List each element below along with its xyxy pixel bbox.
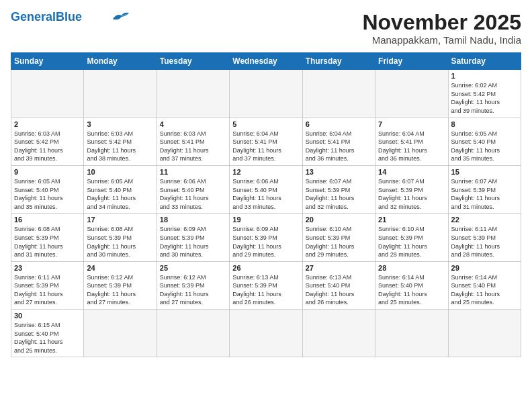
calendar-table: Sunday Monday Tuesday Wednesday Thursday… [11, 52, 521, 357]
table-row: 24Sunrise: 6:12 AM Sunset: 5:39 PM Dayli… [84, 261, 157, 309]
day-info: Sunrise: 6:04 AM Sunset: 5:41 PM Dayligh… [232, 130, 299, 163]
table-row: 5Sunrise: 6:04 AM Sunset: 5:41 PM Daylig… [230, 118, 302, 165]
day-number: 3 [87, 120, 153, 128]
day-info: Sunrise: 6:09 AM Sunset: 5:39 PM Dayligh… [232, 225, 299, 259]
table-row [11, 70, 84, 118]
day-info: Sunrise: 6:05 AM Sunset: 5:40 PM Dayligh… [14, 177, 81, 211]
header-tuesday: Tuesday [157, 53, 229, 70]
day-number: 6 [306, 120, 372, 128]
header-wednesday: Wednesday [230, 53, 302, 70]
table-row: 1Sunrise: 6:02 AM Sunset: 5:42 PM Daylig… [448, 70, 521, 118]
table-row: 20Sunrise: 6:10 AM Sunset: 5:39 PM Dayli… [302, 214, 375, 261]
table-row: 8Sunrise: 6:05 AM Sunset: 5:40 PM Daylig… [448, 118, 521, 165]
header-thursday: Thursday [302, 53, 375, 70]
day-number: 19 [232, 216, 299, 224]
day-info: Sunrise: 6:14 AM Sunset: 5:40 PM Dayligh… [378, 273, 445, 307]
day-info: Sunrise: 6:06 AM Sunset: 5:40 PM Dayligh… [232, 177, 299, 211]
logo-text: GeneralBlue [11, 11, 82, 23]
table-row: 12Sunrise: 6:06 AM Sunset: 5:40 PM Dayli… [230, 165, 302, 213]
day-number: 22 [451, 216, 518, 224]
table-row: 26Sunrise: 6:13 AM Sunset: 5:39 PM Dayli… [230, 261, 302, 309]
day-info: Sunrise: 6:03 AM Sunset: 5:42 PM Dayligh… [87, 130, 153, 163]
day-info: Sunrise: 6:11 AM Sunset: 5:39 PM Dayligh… [14, 273, 81, 307]
table-row [375, 310, 448, 357]
day-number: 8 [451, 120, 518, 128]
day-number: 1 [451, 72, 518, 80]
header-saturday: Saturday [448, 53, 521, 70]
day-info: Sunrise: 6:03 AM Sunset: 5:41 PM Dayligh… [160, 130, 226, 163]
day-info: Sunrise: 6:12 AM Sunset: 5:39 PM Dayligh… [87, 273, 153, 307]
table-row: 2Sunrise: 6:03 AM Sunset: 5:42 PM Daylig… [11, 118, 84, 165]
table-row: 14Sunrise: 6:07 AM Sunset: 5:39 PM Dayli… [375, 165, 448, 213]
day-info: Sunrise: 6:07 AM Sunset: 5:39 PM Dayligh… [451, 177, 518, 211]
day-number: 4 [160, 120, 226, 128]
day-info: Sunrise: 6:15 AM Sunset: 5:40 PM Dayligh… [14, 321, 81, 355]
table-row: 9Sunrise: 6:05 AM Sunset: 5:40 PM Daylig… [11, 165, 84, 213]
day-number: 14 [378, 168, 445, 176]
day-number: 9 [14, 168, 81, 176]
table-row: 18Sunrise: 6:09 AM Sunset: 5:39 PM Dayli… [157, 214, 229, 261]
table-row [84, 310, 157, 357]
day-number: 21 [378, 216, 445, 224]
day-number: 12 [232, 168, 299, 176]
day-info: Sunrise: 6:04 AM Sunset: 5:41 PM Dayligh… [378, 130, 445, 163]
day-info: Sunrise: 6:05 AM Sunset: 5:40 PM Dayligh… [87, 177, 153, 211]
day-number: 15 [451, 168, 518, 176]
table-row: 29Sunrise: 6:14 AM Sunset: 5:40 PM Dayli… [448, 261, 521, 309]
day-number: 28 [378, 264, 445, 272]
day-number: 11 [160, 168, 226, 176]
table-row: 28Sunrise: 6:14 AM Sunset: 5:40 PM Dayli… [375, 261, 448, 309]
table-row: 30Sunrise: 6:15 AM Sunset: 5:40 PM Dayli… [11, 310, 84, 357]
day-info: Sunrise: 6:10 AM Sunset: 5:39 PM Dayligh… [378, 225, 445, 259]
header-friday: Friday [375, 53, 448, 70]
day-info: Sunrise: 6:03 AM Sunset: 5:42 PM Dayligh… [14, 130, 81, 163]
day-number: 17 [87, 216, 153, 224]
table-row: 3Sunrise: 6:03 AM Sunset: 5:42 PM Daylig… [84, 118, 157, 165]
table-row [157, 310, 229, 357]
day-info: Sunrise: 6:09 AM Sunset: 5:39 PM Dayligh… [160, 225, 226, 259]
table-row [157, 70, 229, 118]
logo-bird-icon [112, 10, 130, 22]
table-row [84, 70, 157, 118]
day-number: 23 [14, 264, 81, 272]
table-row: 10Sunrise: 6:05 AM Sunset: 5:40 PM Dayli… [84, 165, 157, 213]
day-number: 26 [232, 264, 299, 272]
day-info: Sunrise: 6:07 AM Sunset: 5:39 PM Dayligh… [306, 177, 372, 211]
day-info: Sunrise: 6:14 AM Sunset: 5:40 PM Dayligh… [451, 273, 518, 307]
table-row: 16Sunrise: 6:08 AM Sunset: 5:39 PM Dayli… [11, 214, 84, 261]
day-number: 30 [14, 312, 81, 320]
table-row: 15Sunrise: 6:07 AM Sunset: 5:39 PM Dayli… [448, 165, 521, 213]
table-row: 27Sunrise: 6:13 AM Sunset: 5:40 PM Dayli… [302, 261, 375, 309]
day-number: 18 [160, 216, 226, 224]
day-number: 5 [232, 120, 299, 128]
day-info: Sunrise: 6:06 AM Sunset: 5:40 PM Dayligh… [160, 177, 226, 211]
table-row [302, 310, 375, 357]
day-number: 7 [378, 120, 445, 128]
table-row [302, 70, 375, 118]
day-info: Sunrise: 6:13 AM Sunset: 5:40 PM Dayligh… [306, 273, 372, 307]
weekday-header-row: Sunday Monday Tuesday Wednesday Thursday… [11, 53, 521, 70]
table-row [230, 70, 302, 118]
day-number: 29 [451, 264, 518, 272]
table-row: 22Sunrise: 6:11 AM Sunset: 5:39 PM Dayli… [448, 214, 521, 261]
day-number: 2 [14, 120, 81, 128]
day-number: 24 [87, 264, 153, 272]
day-info: Sunrise: 6:04 AM Sunset: 5:41 PM Dayligh… [306, 130, 372, 163]
day-info: Sunrise: 6:10 AM Sunset: 5:39 PM Dayligh… [306, 225, 372, 259]
day-info: Sunrise: 6:08 AM Sunset: 5:39 PM Dayligh… [87, 225, 153, 259]
title-block: November 2025 Manappakkam, Tamil Nadu, I… [362, 11, 521, 46]
table-row: 4Sunrise: 6:03 AM Sunset: 5:41 PM Daylig… [157, 118, 229, 165]
table-row [230, 310, 302, 357]
day-info: Sunrise: 6:11 AM Sunset: 5:39 PM Dayligh… [451, 225, 518, 259]
page-header: GeneralBlue November 2025 Manappakkam, T… [11, 11, 521, 46]
day-number: 27 [306, 264, 372, 272]
table-row [375, 70, 448, 118]
day-number: 13 [306, 168, 372, 176]
month-title: November 2025 [362, 11, 521, 34]
day-number: 10 [87, 168, 153, 176]
day-info: Sunrise: 6:12 AM Sunset: 5:39 PM Dayligh… [160, 273, 226, 307]
day-info: Sunrise: 6:07 AM Sunset: 5:39 PM Dayligh… [378, 177, 445, 211]
day-info: Sunrise: 6:08 AM Sunset: 5:39 PM Dayligh… [14, 225, 81, 259]
table-row: 13Sunrise: 6:07 AM Sunset: 5:39 PM Dayli… [302, 165, 375, 213]
table-row: 25Sunrise: 6:12 AM Sunset: 5:39 PM Dayli… [157, 261, 229, 309]
